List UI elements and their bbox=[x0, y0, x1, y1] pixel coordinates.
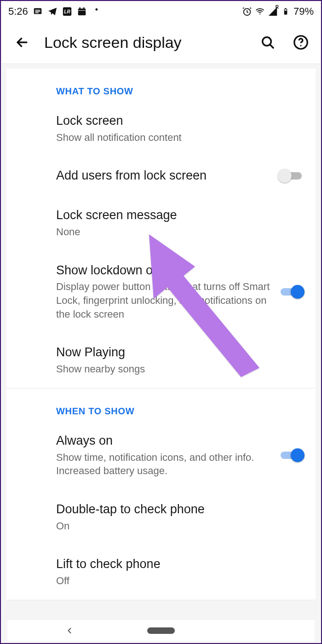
svg-point-11 bbox=[259, 13, 260, 14]
svg-rect-1 bbox=[35, 10, 40, 11]
section-header: WHEN TO SHOW bbox=[6, 389, 316, 421]
svg-rect-0 bbox=[34, 8, 42, 14]
setting-subtitle: Show nearby songs bbox=[56, 362, 299, 376]
setting-subtitle: Display power button option that turns o… bbox=[56, 280, 274, 321]
help-button[interactable] bbox=[291, 32, 311, 52]
setting-always-on[interactable]: Always on Show time, notification icons,… bbox=[6, 421, 316, 490]
signal-icon: R bbox=[268, 6, 278, 17]
notif-telegram-icon bbox=[47, 6, 58, 17]
page-title: Lock screen display bbox=[44, 34, 182, 52]
system-nav-bar bbox=[7, 620, 315, 641]
section-what-to-show: WHAT TO SHOW Lock screen Show all notifi… bbox=[6, 69, 316, 389]
settings-content: WHAT TO SHOW Lock screen Show all notifi… bbox=[2, 64, 320, 642]
battery-icon bbox=[281, 6, 291, 17]
setting-title: Now Playing bbox=[56, 345, 299, 360]
notif-more-icon: • bbox=[92, 5, 102, 15]
setting-subtitle: Off bbox=[56, 574, 299, 588]
status-bar: 5:26 LR • R bbox=[2, 2, 320, 21]
setting-subtitle: On bbox=[56, 519, 299, 533]
setting-title: Add users from lock screen bbox=[56, 168, 274, 184]
setting-show-lockdown[interactable]: Show lockdown option Display power butto… bbox=[6, 251, 316, 333]
toggle-add-users[interactable] bbox=[279, 168, 304, 183]
section-header: WHAT TO SHOW bbox=[6, 69, 316, 101]
setting-title: Lock screen bbox=[56, 113, 299, 129]
battery-percent: 79% bbox=[293, 6, 314, 17]
setting-subtitle: None bbox=[56, 225, 299, 239]
setting-add-users[interactable]: Add users from lock screen bbox=[6, 156, 316, 196]
setting-now-playing[interactable]: Now Playing Show nearby songs bbox=[6, 333, 316, 388]
nav-back-button[interactable] bbox=[63, 624, 76, 638]
setting-lock-screen-message[interactable]: Lock screen message None bbox=[6, 196, 316, 250]
setting-title: Lift to check phone bbox=[56, 557, 299, 572]
alarm-icon bbox=[242, 6, 252, 17]
setting-lift-to-check[interactable]: Lift to check phone Off bbox=[6, 545, 316, 599]
notif-lr-icon: LR bbox=[62, 6, 72, 17]
svg-point-17 bbox=[300, 45, 301, 46]
section-when-to-show: WHEN TO SHOW Always on Show time, notifi… bbox=[6, 389, 316, 600]
back-button[interactable] bbox=[13, 33, 31, 52]
setting-title: Lock screen message bbox=[56, 208, 299, 223]
svg-text:LR: LR bbox=[64, 9, 70, 14]
setting-subtitle: Show all notification content bbox=[56, 131, 299, 145]
search-button[interactable] bbox=[258, 32, 278, 52]
svg-rect-14 bbox=[285, 9, 287, 11]
svg-rect-13 bbox=[285, 8, 287, 9]
toggle-show-lockdown[interactable] bbox=[279, 284, 304, 299]
screen: 5:26 LR • R bbox=[2, 2, 320, 642]
svg-rect-9 bbox=[78, 10, 86, 11]
notif-chat-icon bbox=[33, 6, 43, 17]
nav-home-pill[interactable] bbox=[147, 627, 175, 634]
svg-rect-8 bbox=[83, 7, 84, 10]
setting-lock-screen[interactable]: Lock screen Show all notification conten… bbox=[6, 101, 316, 156]
setting-title: Always on bbox=[56, 433, 274, 449]
app-bar: Lock screen display bbox=[2, 21, 320, 64]
setting-title: Double-tap to check phone bbox=[56, 502, 299, 517]
svg-rect-6 bbox=[78, 9, 86, 16]
svg-rect-7 bbox=[79, 7, 80, 10]
toggle-always-on[interactable] bbox=[279, 448, 304, 463]
setting-title: Show lockdown option bbox=[56, 263, 274, 278]
notif-calendar-icon bbox=[77, 6, 87, 17]
setting-double-tap[interactable]: Double-tap to check phone On bbox=[6, 490, 316, 545]
wifi-icon bbox=[255, 6, 265, 17]
svg-rect-3 bbox=[35, 12, 38, 13]
status-time: 5:26 bbox=[8, 6, 28, 17]
setting-subtitle: Show time, notification icons, and other… bbox=[56, 451, 274, 478]
svg-rect-2 bbox=[35, 11, 40, 12]
